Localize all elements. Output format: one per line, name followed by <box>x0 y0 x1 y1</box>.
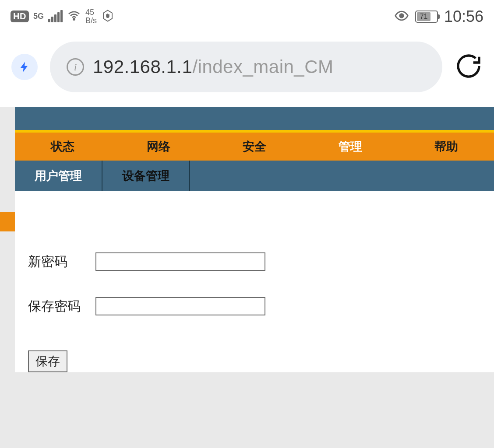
status-right: 71 10:56 <box>394 7 483 26</box>
url-path: /index_main_CM <box>192 56 333 77</box>
browser-bar: i 192.168.1.1/index_main_CM <box>0 28 494 107</box>
sub-nav: 用户管理 设备管理 <box>15 161 494 191</box>
side-accent <box>0 212 15 231</box>
subtab-device-manage[interactable]: 设备管理 <box>102 161 190 191</box>
label-new-password: 新密码 <box>28 253 85 271</box>
clock: 10:56 <box>444 7 483 26</box>
subtab-user-manage[interactable]: 用户管理 <box>15 161 102 191</box>
speed-unit: B/s <box>85 17 97 25</box>
url-host: 192.168.1.1 <box>93 56 192 77</box>
svg-point-2 <box>400 14 404 18</box>
address-bar[interactable]: i 192.168.1.1/index_main_CM <box>50 42 442 92</box>
status-bar: HD 5G 45 B/s 71 <box>0 0 494 28</box>
tab-status[interactable]: 状态 <box>15 139 111 154</box>
speed-number: 45 <box>85 8 94 17</box>
bolt-icon[interactable] <box>11 54 38 80</box>
block-hand-icon <box>101 9 114 24</box>
header-strip <box>15 107 494 133</box>
tab-help[interactable]: 帮助 <box>398 139 494 154</box>
tab-network[interactable]: 网络 <box>111 139 207 154</box>
input-confirm-password[interactable] <box>95 297 265 315</box>
battery-percent: 71 <box>417 12 430 21</box>
status-left: HD 5G 45 B/s <box>11 8 114 25</box>
url-text: 192.168.1.1/index_main_CM <box>93 56 334 77</box>
row-new-password: 新密码 <box>28 252 494 271</box>
row-confirm-password: 保存密码 <box>28 297 494 315</box>
wifi-icon <box>67 9 81 24</box>
save-button[interactable]: 保存 <box>28 350 67 372</box>
battery-icon: 71 <box>415 10 438 23</box>
page-body: 状态 网络 安全 管理 帮助 用户管理 设备管理 新密码 保存密码 保存 <box>0 107 494 448</box>
data-speed: 45 B/s <box>85 8 97 25</box>
tab-security[interactable]: 安全 <box>207 139 303 154</box>
signal-icon <box>48 11 63 22</box>
network-5g-label: 5G <box>33 13 44 19</box>
input-new-password[interactable] <box>95 252 265 271</box>
main-nav: 状态 网络 安全 管理 帮助 <box>15 133 494 161</box>
site-info-icon[interactable]: i <box>67 58 84 76</box>
content-area: 新密码 保存密码 保存 <box>15 191 494 372</box>
tab-manage[interactable]: 管理 <box>302 139 398 154</box>
reload-icon[interactable] <box>455 52 483 82</box>
hd-badge: HD <box>11 10 29 22</box>
svg-point-0 <box>73 18 74 20</box>
eye-icon <box>394 8 409 25</box>
router-admin-panel: 状态 网络 安全 管理 帮助 用户管理 设备管理 新密码 保存密码 保存 <box>15 107 494 372</box>
label-confirm-password: 保存密码 <box>28 298 85 315</box>
